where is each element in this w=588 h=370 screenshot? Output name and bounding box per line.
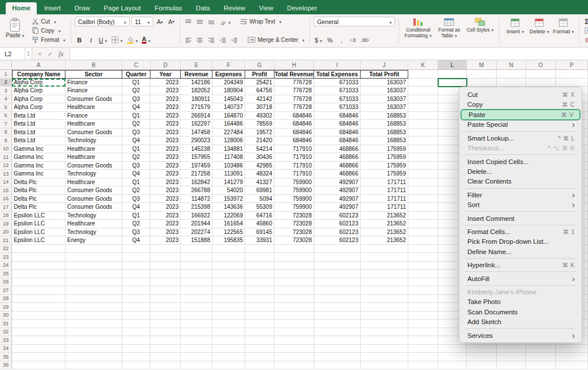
cell-J12[interactable]: 175959 xyxy=(361,162,408,170)
cell-D29[interactable] xyxy=(150,303,181,311)
cell-A8[interactable]: Beta Ltd xyxy=(12,128,65,137)
cell-J16[interactable]: 171711 xyxy=(361,195,408,204)
cell-J21[interactable]: 213652 xyxy=(361,236,408,245)
cell-J10[interactable]: 175959 xyxy=(361,145,408,154)
cell-A17[interactable]: Delta Plc xyxy=(12,203,65,212)
cell-E16[interactable]: 114872 xyxy=(181,195,212,204)
cell-D8[interactable]: 2023 xyxy=(150,128,181,137)
cell-K9[interactable] xyxy=(408,137,438,145)
row-header-17[interactable]: 17 xyxy=(0,203,12,212)
cell-M35[interactable] xyxy=(467,353,497,361)
align-top-button[interactable] xyxy=(184,17,194,26)
cell-K20[interactable] xyxy=(408,228,438,237)
cell-F1[interactable]: Expenses xyxy=(212,70,245,79)
cell-A32[interactable] xyxy=(12,328,65,337)
cell-H10[interactable]: 717910 xyxy=(274,145,314,154)
cell-G22[interactable] xyxy=(245,245,274,254)
cell-H14[interactable]: 759900 xyxy=(274,178,314,187)
cell-C23[interactable] xyxy=(122,253,150,262)
row-header-16[interactable]: 16 xyxy=(0,195,12,204)
formula-input[interactable] xyxy=(69,48,588,60)
cell-I32[interactable] xyxy=(314,328,361,337)
cell-K1[interactable] xyxy=(408,70,438,79)
cell-K19[interactable] xyxy=(408,220,438,228)
cell-C3[interactable]: Q2 xyxy=(122,87,150,95)
cell-G3[interactable]: 64756 xyxy=(245,87,274,95)
align-left-button[interactable] xyxy=(184,35,194,45)
cell-C11[interactable]: Q2 xyxy=(122,153,150,162)
insert-cells-button[interactable]: Insert xyxy=(503,17,527,45)
cell-F2[interactable]: 204349 xyxy=(212,79,245,87)
column-header-I[interactable]: I xyxy=(314,60,361,69)
cell-G8[interactable]: 19572 xyxy=(245,128,274,137)
cell-F19[interactable]: 161654 xyxy=(212,220,245,228)
cell-H3[interactable]: 776728 xyxy=(274,87,314,95)
decrease-font-size-button[interactable]: A▾ xyxy=(167,17,176,26)
cell-E20[interactable]: 202274 xyxy=(181,228,212,237)
cell-N1[interactable] xyxy=(497,70,526,79)
cell-A34[interactable] xyxy=(12,345,65,353)
cell-I7[interactable]: 684846 xyxy=(314,120,361,128)
row-header-25[interactable]: 25 xyxy=(0,270,12,278)
cell-I26[interactable] xyxy=(314,278,361,287)
wrap-text-button[interactable]: Wrap Text xyxy=(238,17,283,26)
cell-C16[interactable]: Q3 xyxy=(122,195,150,204)
cell-I5[interactable]: 671033 xyxy=(314,103,361,112)
row-header-24[interactable]: 24 xyxy=(0,262,12,270)
cell-B4[interactable]: Consumer Goods xyxy=(65,95,122,104)
cell-D16[interactable]: 2023 xyxy=(150,195,181,204)
column-header-D[interactable]: D xyxy=(150,60,181,69)
cell-styles-button[interactable]: Cell Styles xyxy=(465,17,496,45)
cell-H28[interactable] xyxy=(274,295,314,303)
cell-B30[interactable] xyxy=(65,311,122,320)
cell-I12[interactable]: 468866 xyxy=(314,162,361,170)
cell-C31[interactable] xyxy=(122,320,150,328)
cell-A31[interactable] xyxy=(12,320,65,328)
cell-A22[interactable] xyxy=(12,245,65,254)
column-header-C[interactable]: C xyxy=(122,60,150,69)
row-header-7[interactable]: 7 xyxy=(0,120,12,128)
format-as-table-button[interactable]: Format as Table xyxy=(434,17,465,45)
row-header-4[interactable]: 4 xyxy=(0,95,12,104)
cell-B23[interactable] xyxy=(65,253,122,262)
cell-J27[interactable] xyxy=(361,286,408,295)
cell-G2[interactable]: 25421 xyxy=(245,79,274,87)
cell-C19[interactable]: Q2 xyxy=(122,220,150,228)
menu-item-paste[interactable]: Paste⌘ V xyxy=(461,109,581,120)
cell-C7[interactable]: Q2 xyxy=(122,120,150,128)
cell-E28[interactable] xyxy=(181,295,212,303)
cell-H11[interactable]: 717910 xyxy=(274,153,314,162)
cell-B2[interactable]: Finance xyxy=(65,79,122,87)
row-header-6[interactable]: 6 xyxy=(0,112,12,120)
cell-K2[interactable] xyxy=(408,79,438,87)
cell-B19[interactable]: Healthcare xyxy=(65,220,122,228)
cell-B22[interactable] xyxy=(65,245,122,254)
cell-H6[interactable]: 684846 xyxy=(274,112,314,120)
cell-B14[interactable]: Healthcare xyxy=(65,178,122,187)
row-header-14[interactable]: 14 xyxy=(0,178,12,187)
cell-E27[interactable] xyxy=(181,286,212,295)
cell-A15[interactable]: Delta Plc xyxy=(12,186,65,195)
cell-K5[interactable] xyxy=(408,103,438,112)
menu-item-format-cells[interactable]: Format Cells...⌘ 1 xyxy=(459,227,582,236)
cell-B24[interactable] xyxy=(65,262,122,270)
column-header-O[interactable]: O xyxy=(526,60,556,69)
cell-B17[interactable]: Consumer Goods xyxy=(65,203,122,212)
cell-E15[interactable]: 266788 xyxy=(181,186,212,195)
cell-G18[interactable]: 64716 xyxy=(245,212,274,220)
cell-J14[interactable]: 171711 xyxy=(361,178,408,187)
cell-D6[interactable]: 2023 xyxy=(150,112,181,120)
cell-G10[interactable]: 54214 xyxy=(245,145,274,154)
decrease-indent-button[interactable] xyxy=(218,35,228,45)
cell-I22[interactable] xyxy=(314,245,361,254)
cell-A7[interactable]: Beta Ltd xyxy=(12,120,65,128)
cell-D17[interactable]: 2023 xyxy=(150,203,181,212)
row-header-12[interactable]: 12 xyxy=(0,162,12,170)
cell-I9[interactable]: 684846 xyxy=(314,137,361,145)
fill-button[interactable]: Fill xyxy=(583,26,588,35)
cell-D12[interactable]: 2023 xyxy=(150,162,181,170)
cell-F4[interactable]: 145043 xyxy=(212,95,245,104)
number-format-select[interactable]: General xyxy=(314,17,395,26)
cell-B5[interactable]: Healthcare xyxy=(65,103,122,112)
cell-H27[interactable] xyxy=(274,286,314,295)
